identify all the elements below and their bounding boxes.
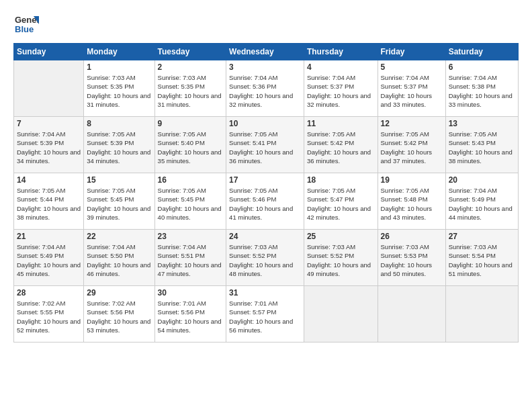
day-info: Sunrise: 7:05 AMSunset: 5:41 PMDaylight:… <box>229 130 301 165</box>
day-cell: 12 Sunrise: 7:05 AMSunset: 5:42 PMDaylig… <box>378 117 445 173</box>
day-header-thursday: Thursday <box>304 44 378 60</box>
day-cell: 21 Sunrise: 7:04 AMSunset: 5:49 PMDaylig… <box>14 230 84 286</box>
day-info: Sunrise: 7:05 AMSunset: 5:39 PMDaylight:… <box>87 130 151 165</box>
page: General Blue SundayMondayTuesdayWednesda… <box>0 0 532 349</box>
svg-text:Blue: Blue <box>15 24 34 34</box>
day-info: Sunrise: 7:04 AMSunset: 5:51 PMDaylight:… <box>158 242 224 278</box>
day-number: 23 <box>158 232 224 241</box>
day-info: Sunrise: 7:04 AMSunset: 5:49 PMDaylight:… <box>449 186 515 222</box>
day-header-wednesday: Wednesday <box>226 44 304 60</box>
day-info: Sunrise: 7:05 AMSunset: 5:48 PMDaylight:… <box>381 186 443 222</box>
day-info: Sunrise: 7:01 AMSunset: 5:56 PMDaylight:… <box>158 299 224 334</box>
logo: General Blue <box>13 11 39 36</box>
day-number: 16 <box>158 175 224 185</box>
day-header-saturday: Saturday <box>445 44 518 60</box>
day-number: 27 <box>449 232 515 241</box>
day-number: 19 <box>381 175 443 185</box>
day-cell: 2 Sunrise: 7:03 AMSunset: 5:35 PMDayligh… <box>154 60 226 117</box>
day-cell <box>378 286 445 342</box>
week-row-4: 21 Sunrise: 7:04 AMSunset: 5:49 PMDaylig… <box>14 230 519 286</box>
day-cell: 3 Sunrise: 7:04 AMSunset: 5:36 PMDayligh… <box>226 60 304 117</box>
day-cell: 13 Sunrise: 7:05 AMSunset: 5:43 PMDaylig… <box>445 117 518 173</box>
day-number: 28 <box>17 288 81 298</box>
day-info: Sunrise: 7:03 AMSunset: 5:52 PMDaylight:… <box>229 242 301 278</box>
day-cell: 8 Sunrise: 7:05 AMSunset: 5:39 PMDayligh… <box>84 117 154 173</box>
day-info: Sunrise: 7:05 AMSunset: 5:47 PMDaylight:… <box>307 186 375 222</box>
day-number: 11 <box>307 119 375 128</box>
day-cell: 24 Sunrise: 7:03 AMSunset: 5:52 PMDaylig… <box>226 230 304 286</box>
day-number: 9 <box>158 119 224 128</box>
day-info: Sunrise: 7:05 AMSunset: 5:45 PMDaylight:… <box>87 186 151 222</box>
day-info: Sunrise: 7:04 AMSunset: 5:38 PMDaylight:… <box>449 73 515 109</box>
day-info: Sunrise: 7:04 AMSunset: 5:50 PMDaylight:… <box>87 242 151 278</box>
day-cell: 28 Sunrise: 7:02 AMSunset: 5:55 PMDaylig… <box>14 286 84 342</box>
day-number: 8 <box>87 119 151 128</box>
day-cell: 16 Sunrise: 7:05 AMSunset: 5:45 PMDaylig… <box>154 173 226 230</box>
day-number: 22 <box>87 232 151 241</box>
day-info: Sunrise: 7:04 AMSunset: 5:39 PMDaylight:… <box>17 130 81 165</box>
day-number: 26 <box>381 232 443 241</box>
day-info: Sunrise: 7:05 AMSunset: 5:45 PMDaylight:… <box>158 186 224 222</box>
day-cell <box>304 286 378 342</box>
day-cell: 6 Sunrise: 7:04 AMSunset: 5:38 PMDayligh… <box>445 60 518 117</box>
day-cell: 23 Sunrise: 7:04 AMSunset: 5:51 PMDaylig… <box>154 230 226 286</box>
day-cell: 11 Sunrise: 7:05 AMSunset: 5:42 PMDaylig… <box>304 117 378 173</box>
header-row: SundayMondayTuesdayWednesdayThursdayFrid… <box>14 44 519 60</box>
day-info: Sunrise: 7:05 AMSunset: 5:40 PMDaylight:… <box>158 130 224 165</box>
day-cell: 7 Sunrise: 7:04 AMSunset: 5:39 PMDayligh… <box>14 117 84 173</box>
day-number: 15 <box>87 175 151 185</box>
day-info: Sunrise: 7:02 AMSunset: 5:56 PMDaylight:… <box>87 299 151 334</box>
day-cell: 14 Sunrise: 7:05 AMSunset: 5:44 PMDaylig… <box>14 173 84 230</box>
day-number: 30 <box>158 288 224 298</box>
day-number: 18 <box>307 175 375 185</box>
day-info: Sunrise: 7:03 AMSunset: 5:35 PMDaylight:… <box>158 73 224 109</box>
day-cell: 17 Sunrise: 7:05 AMSunset: 5:46 PMDaylig… <box>226 173 304 230</box>
day-number: 4 <box>307 62 375 72</box>
day-cell: 1 Sunrise: 7:03 AMSunset: 5:35 PMDayligh… <box>84 60 154 117</box>
day-info: Sunrise: 7:04 AMSunset: 5:36 PMDaylight:… <box>229 73 301 109</box>
day-number: 24 <box>229 232 301 241</box>
day-info: Sunrise: 7:05 AMSunset: 5:42 PMDaylight:… <box>381 130 443 165</box>
day-number: 3 <box>229 62 301 72</box>
day-info: Sunrise: 7:01 AMSunset: 5:57 PMDaylight:… <box>229 299 301 334</box>
day-info: Sunrise: 7:05 AMSunset: 5:44 PMDaylight:… <box>17 186 81 222</box>
day-number: 17 <box>229 175 301 185</box>
day-cell: 18 Sunrise: 7:05 AMSunset: 5:47 PMDaylig… <box>304 173 378 230</box>
day-number: 29 <box>87 288 151 298</box>
calendar-table: SundayMondayTuesdayWednesdayThursdayFrid… <box>13 43 519 342</box>
day-cell: 31 Sunrise: 7:01 AMSunset: 5:57 PMDaylig… <box>226 286 304 342</box>
day-info: Sunrise: 7:05 AMSunset: 5:42 PMDaylight:… <box>307 130 375 165</box>
day-info: Sunrise: 7:03 AMSunset: 5:52 PMDaylight:… <box>307 242 375 278</box>
logo-icon: General Blue <box>13 11 39 36</box>
day-number: 1 <box>87 62 151 72</box>
day-cell: 29 Sunrise: 7:02 AMSunset: 5:56 PMDaylig… <box>84 286 154 342</box>
day-number: 31 <box>229 288 301 298</box>
week-row-5: 28 Sunrise: 7:02 AMSunset: 5:55 PMDaylig… <box>14 286 519 342</box>
week-row-3: 14 Sunrise: 7:05 AMSunset: 5:44 PMDaylig… <box>14 173 519 230</box>
day-number: 2 <box>158 62 224 72</box>
day-info: Sunrise: 7:04 AMSunset: 5:37 PMDaylight:… <box>307 73 375 109</box>
day-cell <box>445 286 518 342</box>
day-cell: 26 Sunrise: 7:03 AMSunset: 5:53 PMDaylig… <box>378 230 445 286</box>
day-cell: 19 Sunrise: 7:05 AMSunset: 5:48 PMDaylig… <box>378 173 445 230</box>
day-header-monday: Monday <box>84 44 154 60</box>
day-header-friday: Friday <box>378 44 445 60</box>
day-cell: 15 Sunrise: 7:05 AMSunset: 5:45 PMDaylig… <box>84 173 154 230</box>
day-cell: 22 Sunrise: 7:04 AMSunset: 5:50 PMDaylig… <box>84 230 154 286</box>
day-number: 13 <box>449 119 515 128</box>
day-cell: 5 Sunrise: 7:04 AMSunset: 5:37 PMDayligh… <box>378 60 445 117</box>
day-number: 5 <box>381 62 443 72</box>
day-cell: 9 Sunrise: 7:05 AMSunset: 5:40 PMDayligh… <box>154 117 226 173</box>
day-number: 10 <box>229 119 301 128</box>
day-header-sunday: Sunday <box>14 44 84 60</box>
day-number: 20 <box>449 175 515 185</box>
day-number: 12 <box>381 119 443 128</box>
week-row-2: 7 Sunrise: 7:04 AMSunset: 5:39 PMDayligh… <box>14 117 519 173</box>
week-row-1: 1 Sunrise: 7:03 AMSunset: 5:35 PMDayligh… <box>14 60 519 117</box>
day-info: Sunrise: 7:05 AMSunset: 5:43 PMDaylight:… <box>449 130 515 165</box>
day-info: Sunrise: 7:03 AMSunset: 5:53 PMDaylight:… <box>381 242 443 278</box>
header: General Blue <box>13 11 519 36</box>
day-number: 6 <box>449 62 515 72</box>
day-cell: 25 Sunrise: 7:03 AMSunset: 5:52 PMDaylig… <box>304 230 378 286</box>
day-cell <box>14 60 84 117</box>
